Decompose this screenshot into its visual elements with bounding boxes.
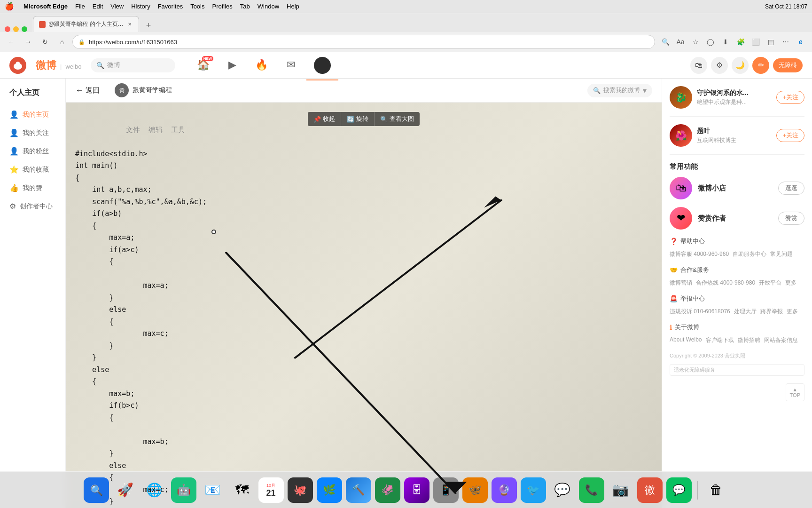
dock-trash[interactable]: 🗑	[703, 477, 729, 503]
report-link-violation[interactable]: 违规投诉 010-60618076	[670, 308, 730, 316]
menubar-help[interactable]: Help	[287, 3, 299, 10]
extensions-icon[interactable]: 🧩	[734, 35, 747, 48]
menubar-view[interactable]: View	[110, 3, 124, 10]
new-tab-button[interactable]: +	[142, 19, 155, 32]
nav-item-home[interactable]: 🏠 NEW	[189, 56, 217, 75]
report-link-more[interactable]: 更多	[787, 308, 798, 316]
support-button[interactable]: 赞赏	[778, 212, 804, 225]
address-bar[interactable]: 🔒 https://weibo.com/u/1631501663	[72, 35, 655, 49]
dock-wechat[interactable]: 💬	[666, 477, 692, 503]
apple-menu[interactable]: 🍎	[5, 2, 14, 11]
menubar-window[interactable]: Window	[258, 3, 279, 10]
sidebar-item-my-follow[interactable]: 👤 我的关注	[0, 124, 65, 142]
menubar-tools[interactable]: Tools	[190, 3, 204, 10]
menubar-history[interactable]: History	[131, 3, 150, 10]
minimize-button[interactable]	[13, 26, 19, 32]
weibo-divider: |	[60, 63, 62, 70]
sidebar-icon[interactable]: ▤	[764, 35, 777, 48]
night-mode-icon[interactable]: 🌙	[732, 57, 749, 74]
pin-toolbar-button[interactable]: 📌 收起	[308, 112, 341, 126]
menubar-edit[interactable]: Edit	[93, 3, 103, 10]
coop-link-hotline[interactable]: 合作热线 4000-980-980	[696, 279, 755, 287]
rec-name-1: 守护银河系的水...	[697, 89, 772, 97]
nav-item-video[interactable]: ▶	[221, 56, 244, 75]
sidebar-item-my-fans[interactable]: 👤 我的粉丝	[0, 142, 65, 160]
tab-favicon	[39, 21, 46, 28]
left-sidebar: 个人主页 👤 我的主页 👤 我的关注 👤 我的粉丝 ⭐ 我的收藏 👍 我的赞 ⚙…	[0, 79, 66, 508]
follow-button-1[interactable]: +关注	[776, 91, 804, 104]
view-large-toolbar-button[interactable]: 🔍 查看大图	[375, 112, 420, 126]
report-link-cross[interactable]: 跨界举报	[760, 308, 783, 316]
search-icon: 🔍	[96, 62, 104, 69]
about-link-en[interactable]: About Weibo	[670, 336, 702, 344]
home-button[interactable]: ⌂	[55, 35, 69, 48]
compose-icon[interactable]: ✏	[752, 57, 769, 74]
about-link-jobs[interactable]: 微博招聘	[738, 336, 760, 344]
maximize-button[interactable]	[22, 26, 27, 32]
tab-close-button[interactable]: ✕	[126, 21, 133, 28]
cooperation-row: 🤝 合作&服务	[670, 266, 804, 274]
help-link-service[interactable]: 微博客服 4000-960-960	[670, 250, 729, 258]
help-link-self-service[interactable]: 自助服务中心	[733, 250, 766, 258]
nav-item-hot[interactable]: 🔥	[248, 56, 275, 75]
help-center-icon: ❓	[670, 238, 678, 245]
refresh-button[interactable]: ↻	[39, 35, 52, 48]
menubar-app[interactable]: Microsoft Edge	[23, 3, 68, 10]
sidebar-item-my-profile[interactable]: 👤 我的主页	[0, 105, 65, 124]
active-tab[interactable]: @跟黄哥学编程 的个人主页 - 微... ✕	[33, 16, 139, 32]
back-arrow-icon: ←	[75, 86, 84, 95]
shop-icon[interactable]: 🛍	[690, 57, 707, 74]
favorites-icon[interactable]: ☆	[689, 35, 702, 48]
nav-item-message[interactable]: ✉	[279, 56, 303, 75]
coop-link-more[interactable]: 更多	[785, 279, 796, 287]
about-link-icp[interactable]: 网站备案信息	[764, 336, 798, 344]
back-button[interactable]: ← 返回	[75, 86, 100, 95]
report-link-hall[interactable]: 处理大厅	[734, 308, 757, 316]
about-link-download[interactable]: 客户端下载	[706, 336, 734, 344]
edge-icon[interactable]: e	[794, 35, 807, 48]
back-label: 返回	[86, 86, 100, 95]
pin-label: 收起	[323, 115, 335, 123]
scroll-top-button[interactable]: ▲ TOP	[786, 383, 804, 401]
download-icon[interactable]: ⬇	[719, 35, 732, 48]
about-icon: ℹ	[670, 324, 672, 331]
back-button[interactable]: ←	[5, 35, 18, 48]
read-aloud-icon[interactable]: Aa	[674, 35, 687, 48]
follow-button-2[interactable]: +关注	[776, 129, 804, 142]
menubar-right: Sat Oct 21 18:07	[765, 3, 807, 10]
close-button[interactable]	[5, 26, 10, 32]
weibo-search-box[interactable]: 🔍 微博	[91, 58, 175, 72]
help-link-faq[interactable]: 常见问题	[770, 250, 793, 258]
my-likes-icon: 👍	[9, 183, 19, 192]
menubar-favorites[interactable]: Favorites	[158, 3, 183, 10]
store-browse-button[interactable]: 逛逛	[778, 182, 804, 195]
coop-link-platform[interactable]: 开放平台	[759, 279, 781, 287]
about-section: ℹ 关于微博 About Weibo 客户端下载 微博招聘 网站备案信息	[670, 323, 804, 344]
sidebar-item-creator-center[interactable]: ⚙ 创作者中心	[0, 197, 65, 215]
search-icon[interactable]: 🔍	[659, 35, 672, 48]
accessibility-button[interactable]: 无障碍	[773, 58, 803, 72]
forward-button[interactable]: →	[22, 35, 35, 48]
rotate-toolbar-button[interactable]: 🔄 旋转	[341, 112, 375, 126]
report-row: 🚨 举报中心	[670, 294, 804, 303]
menubar-file[interactable]: File	[75, 3, 85, 10]
split-screen-icon[interactable]: ⬜	[749, 35, 762, 48]
menubar-tab[interactable]: Tab	[240, 3, 250, 10]
collections-icon[interactable]: ◯	[704, 35, 717, 48]
my-follow-icon: 👤	[9, 128, 19, 137]
viewer-search[interactable]: 🔍 搜索我的微博 ▾	[587, 84, 652, 97]
sidebar-item-my-favorites[interactable]: ⭐ 我的收藏	[0, 160, 65, 179]
creator-center-icon: ⚙	[9, 202, 16, 211]
settings-icon[interactable]: ⚙	[711, 57, 728, 74]
sidebar-item-my-fans-label: 我的粉丝	[23, 147, 49, 156]
nav-item-profile[interactable]	[306, 54, 338, 77]
pin-icon: 📌	[313, 116, 321, 123]
more-tools-icon[interactable]: ⋯	[779, 35, 792, 48]
my-fans-icon: 👤	[9, 147, 19, 156]
toolbar-icons: 🔍 Aa ☆ ◯ ⬇ 🧩 ⬜ ▤ ⋯ e	[659, 35, 807, 48]
sidebar-item-my-likes[interactable]: 👍 我的赞	[0, 179, 65, 197]
image-area: 📌 收起 🔄 旋转 🔍 查看大图 文件 编辑 工具 #i	[66, 103, 662, 508]
coop-link-marketing[interactable]: 微博营销	[670, 279, 692, 287]
weibo-logo[interactable]	[9, 57, 26, 74]
menubar-profiles[interactable]: Profiles	[212, 3, 233, 10]
